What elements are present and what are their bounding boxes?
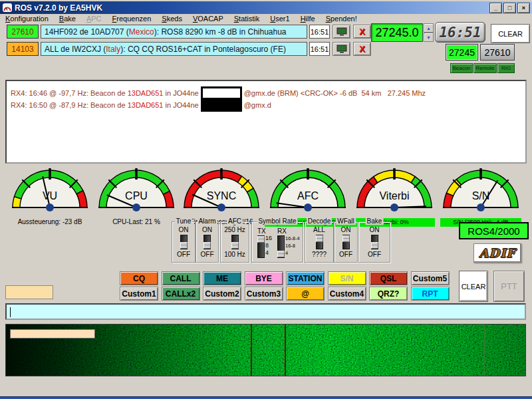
monitor-icon[interactable]: [332, 42, 350, 56]
qso-frequency-badge[interactable]: 27610: [7, 25, 39, 39]
delete-row-icon[interactable]: X: [353, 25, 371, 39]
toggle-group-bake: BakeONOFF: [358, 221, 390, 263]
macro-button-custom3[interactable]: Custom3: [245, 287, 283, 301]
toggle-switch[interactable]: [342, 235, 350, 249]
toggle-thumb[interactable]: [371, 242, 378, 249]
toggle-switch[interactable]: [203, 235, 211, 249]
macro-button-me[interactable]: ME: [203, 271, 241, 285]
macro-button-custom2[interactable]: Custom2: [203, 287, 241, 301]
macro-button-bye[interactable]: BYE: [245, 271, 283, 285]
toggle-thumb[interactable]: [316, 235, 323, 242]
toggle-bottom-label: OFF: [177, 251, 190, 258]
macro-button-station[interactable]: STATION: [286, 271, 325, 285]
window-title: ROS v7.2.0 by EA5HVK: [15, 3, 102, 13]
clear-tx-button[interactable]: CLEAR: [459, 271, 488, 302]
menu-item-user1[interactable]: User1: [265, 15, 295, 23]
qso-row: 14103ALL de IW2CXJ (Italy): CQ CQ ROS16+…: [7, 42, 371, 56]
qso-row: 2761014HF092 de 10AD707 (Mexico): ROS8 8…: [7, 25, 371, 39]
clear-rows-button[interactable]: CLEAR: [491, 24, 530, 43]
memory-frequency-alt[interactable]: 27610: [480, 44, 515, 61]
toggle-thumb[interactable]: [342, 235, 350, 242]
rx-message-log[interactable]: RX4: 16:46 @ -97,7 Hz: Beacon de 13DAD65…: [5, 80, 527, 164]
monitor-icon[interactable]: [332, 25, 350, 39]
qso-frequency-badge[interactable]: 14103: [7, 42, 39, 56]
menu-item-konfiguration[interactable]: Konfiguration: [0, 15, 54, 23]
toggle-top-label: ON: [341, 226, 351, 233]
macro-button-custom4[interactable]: Custom4: [328, 287, 366, 301]
toggle-switch[interactable]: [277, 235, 285, 258]
minimize-button-icon[interactable]: _: [489, 3, 502, 13]
qso-message[interactable]: ALL de IW2CXJ (Italy): CQ CQ ROS16+CAT i…: [41, 42, 307, 56]
toggle-thumb[interactable]: [203, 242, 211, 249]
toggle-top-label: ALL: [313, 226, 325, 233]
menu-item-bake[interactable]: Bake: [54, 15, 81, 23]
ros-application-window: ROS v7.2.0 by EA5HVK _ □ × Konfiguration…: [0, 0, 532, 399]
macro-button-s-n[interactable]: S/N: [328, 271, 366, 285]
waterfall-marker-line: [251, 325, 252, 376]
svg-text:AFC: AFC: [297, 190, 319, 201]
memory-frequency-active[interactable]: 27245: [446, 44, 478, 61]
adif-logo[interactable]: ADIF: [473, 243, 521, 263]
menu-item-hilfe[interactable]: Hilfe: [295, 15, 321, 23]
spinner-up-icon[interactable]: ▲: [424, 23, 434, 33]
macro-button-custom5[interactable]: Custom5: [411, 271, 450, 285]
toggle-bottom-label: OFF: [368, 251, 381, 258]
toggle-group-symbol-rate: Symbol RateTX1684RX16-8-416-84: [251, 221, 303, 263]
macro-button-qrz[interactable]: QRZ?: [369, 287, 408, 301]
redaction-box: [201, 86, 242, 100]
ptt-button[interactable]: PTT: [493, 271, 525, 302]
toggle-switch[interactable]: [371, 235, 378, 249]
macro-button-rpt[interactable]: RPT: [411, 287, 450, 301]
toggle-switch[interactable]: [257, 235, 265, 258]
toggle-switch[interactable]: [316, 235, 323, 249]
macro-button-at[interactable]: @: [286, 287, 325, 301]
toggle-top-label: ON: [179, 226, 189, 233]
toggle-thumb[interactable]: [180, 242, 188, 249]
toggle-group-alarm: AlarmONOFF: [196, 221, 219, 263]
toggle-group-tune: TuneONOFF: [172, 221, 196, 263]
symbolrate-header-tx: TX: [257, 227, 266, 235]
toggle-group-afc: AFC250 Hz100 Hz: [220, 221, 249, 263]
toggle-thumb[interactable]: [231, 242, 239, 249]
vfo-frequency-display[interactable]: 27245.0: [371, 23, 423, 42]
toggle-switch[interactable]: [231, 235, 239, 249]
gauge-s-n: S/NS/N (2500 Hz): -4 dB: [438, 164, 524, 220]
toggle-bottom-label: ????: [312, 251, 327, 258]
toggle-bottom-label: OFF: [339, 251, 352, 258]
title-bar[interactable]: ROS v7.2.0 by EA5HVK _ □ ×: [0, 1, 532, 14]
gauge-afc: AFCFrequenzverschiebung: -84,0 Hz: [265, 164, 351, 220]
waterfall-marker-line: [483, 325, 485, 376]
menu-item-apc[interactable]: APC: [81, 15, 107, 23]
svg-text:S/N: S/N: [472, 190, 490, 201]
toggle-thumb[interactable]: [277, 251, 285, 257]
menu-item-skeds[interactable]: Skeds: [156, 15, 188, 23]
macro-button-qsl[interactable]: QSL: [369, 271, 408, 285]
beacon-button[interactable]: Beacon: [450, 63, 473, 73]
gauge-cpu: CPUCPU-Last: 21 %: [93, 164, 180, 220]
menu-item-statistik[interactable]: Statistik: [229, 15, 265, 23]
delete-row-icon[interactable]: X: [353, 42, 371, 56]
macro-button-custom1[interactable]: Custom1: [120, 287, 158, 301]
callsign-input[interactable]: [5, 285, 53, 299]
menu-item-spenden[interactable]: Spenden!: [321, 15, 362, 23]
maximize-button-icon[interactable]: □: [503, 3, 516, 13]
menu-item-voacap[interactable]: VOACAP: [188, 15, 229, 23]
toggle-thumb[interactable]: [257, 236, 265, 243]
app-icon: [3, 3, 12, 12]
macro-button-cq[interactable]: CQ: [120, 271, 158, 285]
svg-text:CPU: CPU: [125, 190, 148, 201]
tx-text-input[interactable]: [5, 303, 526, 320]
rx-log-line: RX4: 16:50 @ -87,9 Hz: Beacon de 13DAD65…: [11, 99, 525, 111]
waterfall-display[interactable]: [5, 324, 526, 376]
mode-indicator: ROS4/2000: [459, 222, 529, 239]
macro-button-callx2[interactable]: CALLx2: [162, 287, 200, 301]
qso-message[interactable]: 14HF092 de 10AD707 (Mexico): ROS8 8290 k…: [41, 25, 307, 39]
menu-item-frequenzen[interactable]: Frequenzen: [107, 15, 157, 23]
symbolrate-options-tx: 1684: [265, 235, 272, 257]
macro-button-call[interactable]: CALL: [162, 271, 200, 285]
rig-button[interactable]: RIG: [497, 63, 515, 73]
spinner-down-icon[interactable]: ▼: [424, 33, 434, 42]
close-button-icon[interactable]: ×: [517, 3, 530, 13]
toggle-switch[interactable]: [180, 235, 188, 249]
remote-button[interactable]: Remote: [473, 63, 497, 73]
